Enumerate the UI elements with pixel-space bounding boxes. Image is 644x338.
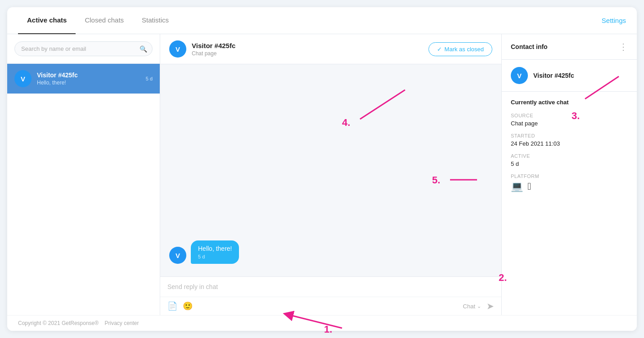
reply-input[interactable] (160, 277, 501, 297)
detail-platform: PLATFORM 💻  (511, 173, 628, 192)
detail-active: ACTIVE 5 d (511, 153, 628, 167)
top-nav: Active chats Closed chats Statistics Set… (7, 7, 637, 34)
nav-tabs: Active chats Closed chats Statistics (18, 7, 178, 34)
chat-messages: V Hello, there! 5 d (160, 64, 501, 276)
platform-icons: 💻  (511, 181, 628, 192)
tab-closed-chats[interactable]: Closed chats (76, 7, 133, 34)
copyright-text: Copyright © 2021 GetResponse® (18, 320, 99, 326)
settings-link[interactable]: Settings (602, 17, 626, 24)
contact-avatar: V (511, 67, 528, 84)
search-icon: 🔍 (140, 45, 147, 53)
chat-name: Visitor #425fc (37, 71, 140, 79)
tab-statistics[interactable]: Statistics (133, 7, 178, 34)
contact-info-title: Contact info (511, 43, 619, 50)
privacy-center-link[interactable]: Privacy center (104, 320, 139, 326)
tab-active-chats[interactable]: Active chats (18, 7, 76, 34)
apple-icon:  (527, 181, 531, 192)
chat-input-area: 📄 🙂 Chat ⌄ ➤ (160, 276, 501, 315)
avatar: V (14, 70, 32, 87)
sidebar: 🔍 V Visitor #425fc Hello, there! 5 d (7, 34, 160, 315)
more-options-icon[interactable]: ⋮ (619, 41, 628, 52)
chat-button-label: Chat (463, 303, 475, 310)
detail-started: STARTED 24 Feb 2021 11:03 (511, 133, 628, 147)
chat-area: V Visitor #425fc Chat page ✓ Mark as clo… (160, 34, 502, 315)
contact-profile: V Visitor #425fc (502, 60, 637, 92)
search-input[interactable] (14, 41, 153, 56)
checkmark-icon: ✓ (437, 46, 442, 53)
laptop-icon: 💻 (511, 181, 523, 192)
message-text: Hello, there! (198, 245, 232, 252)
footer: Copyright © 2021 GetResponse® Privacy ce… (7, 315, 637, 331)
chat-list-item[interactable]: V Visitor #425fc Hello, there! 5 d (7, 64, 160, 94)
chat-preview: Hello, there! (37, 80, 140, 86)
right-panel: Contact info ⋮ V Visitor #425fc Currentl… (502, 34, 637, 315)
message-avatar: V (169, 247, 186, 264)
emoji-icon[interactable]: 🙂 (183, 301, 193, 311)
started-value: 24 Feb 2021 11:03 (511, 140, 628, 147)
attachment-icon[interactable]: 📄 (167, 301, 177, 311)
chat-header-sub: Chat page (192, 50, 423, 57)
chat-dropdown-button[interactable]: Chat ⌄ (463, 303, 481, 310)
main-layout: 🔍 V Visitor #425fc Hello, there! 5 d V (7, 34, 637, 315)
send-button[interactable]: ➤ (486, 301, 494, 311)
chat-input-toolbar: 📄 🙂 Chat ⌄ ➤ (160, 297, 501, 315)
chat-time: 5 d (146, 76, 153, 81)
mark-closed-label: Mark as closed (445, 46, 484, 53)
contact-info-header: Contact info ⋮ (502, 34, 637, 60)
started-label: STARTED (511, 133, 628, 138)
detail-source: SOURCE Chat page (511, 113, 628, 127)
source-label: SOURCE (511, 113, 628, 118)
mark-as-closed-button[interactable]: ✓ Mark as closed (428, 42, 492, 56)
chat-info: Visitor #425fc Hello, there! (37, 71, 140, 86)
search-input-wrap: 🔍 (14, 41, 153, 56)
search-bar: 🔍 (7, 34, 160, 64)
source-value: Chat page (511, 120, 628, 127)
message-time: 5 d (198, 254, 232, 259)
message-row: V Hello, there! 5 d (169, 240, 492, 264)
active-chat-title: Currently active chat (511, 99, 628, 106)
chat-header: V Visitor #425fc Chat page ✓ Mark as clo… (160, 34, 501, 64)
chat-header-info: Visitor #425fc Chat page (192, 42, 423, 57)
platform-label: PLATFORM (511, 173, 628, 179)
active-label: ACTIVE (511, 153, 628, 159)
message-bubble: Hello, there! 5 d (191, 240, 239, 264)
chevron-down-icon: ⌄ (477, 303, 481, 309)
chat-list: V Visitor #425fc Hello, there! 5 d (7, 64, 160, 315)
chat-header-avatar: V (169, 40, 186, 58)
active-value: 5 d (511, 160, 628, 167)
chat-details: Currently active chat SOURCE Chat page S… (502, 92, 637, 206)
chat-header-name: Visitor #425fc (192, 42, 423, 49)
contact-name: Visitor #425fc (533, 72, 574, 79)
